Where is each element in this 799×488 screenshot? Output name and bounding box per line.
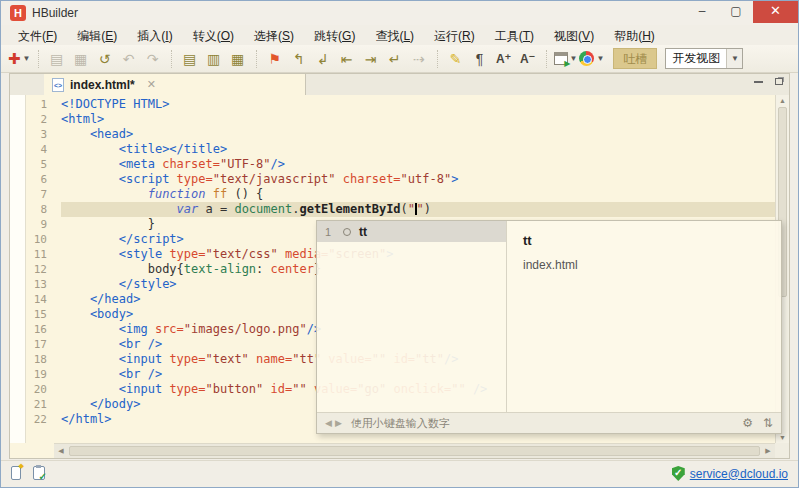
tab-label: index.html* — [70, 78, 135, 92]
run-in-browser-button[interactable]: ▼ — [554, 48, 578, 70]
save-all-button[interactable]: ▦ — [70, 48, 92, 70]
horizontal-scroll-thumb[interactable] — [69, 446, 760, 456]
menu-g[interactable]: 跳转(G) — [305, 25, 364, 45]
show-paragraph-button[interactable]: ¶ — [469, 48, 491, 70]
hbuilder-window: H HBuilder – ▢ ✕ 文件(F)编辑(E)插入(I)转义(O)选择(… — [0, 0, 799, 488]
menu-v[interactable]: 视图(V) — [545, 25, 603, 45]
scroll-right-icon[interactable]: ▶ — [761, 444, 775, 458]
menu-s[interactable]: 选择(S) — [245, 25, 303, 45]
code-text: function ff () { — [61, 187, 775, 202]
page-next-icon[interactable]: ▶ — [335, 418, 342, 428]
line-number: 8 — [27, 202, 61, 217]
validate-button[interactable]: ▤ — [179, 48, 201, 70]
line-number: 12 — [27, 262, 61, 277]
line-number: 2 — [27, 112, 61, 127]
highlight-button[interactable]: ✎ — [445, 48, 467, 70]
menu-h[interactable]: 帮助(H) — [605, 25, 664, 45]
menu-f[interactable]: 文件(F) — [9, 25, 66, 45]
line-number: 5 — [27, 157, 61, 172]
detail-source: index.html — [523, 258, 765, 272]
minimize-button[interactable]: – — [685, 1, 719, 23]
tab-bar: <> index.html* ✕ — [9, 73, 790, 95]
html-file-icon: <> — [52, 78, 64, 92]
gear-icon[interactable]: ⚙ — [742, 416, 753, 430]
line-number: 18 — [27, 352, 61, 367]
line-number: 17 — [27, 337, 61, 352]
menu-o[interactable]: 转义(O) — [184, 25, 243, 45]
code-text: var a = document.getElementById("") — [61, 202, 775, 217]
menu-r[interactable]: 运行(R) — [425, 25, 484, 45]
jump-line-end-button[interactable]: ⇥ — [360, 48, 382, 70]
jump-line-start-button[interactable]: ⇤ — [336, 48, 358, 70]
autocomplete-footer: ◀ ▶ 使用小键盘输入数字 ⚙ ⇅ — [317, 412, 781, 433]
minimize-editor-icon[interactable] — [754, 81, 763, 83]
menu-i[interactable]: 插入(I) — [128, 25, 181, 45]
redo-button[interactable]: ↷ — [142, 48, 164, 70]
undo-button[interactable]: ↶ — [118, 48, 140, 70]
revert-file-button[interactable]: ↺ — [94, 48, 116, 70]
compress-button[interactable]: ▦ — [227, 48, 249, 70]
code-text: <title></title> — [61, 142, 775, 157]
scroll-down-icon[interactable]: ▼ — [776, 434, 789, 441]
toolbar-separator — [171, 50, 172, 68]
line-number: 16 — [27, 322, 61, 337]
line-number: 19 — [27, 367, 61, 382]
code-line: 5 <meta charset="UTF-8"/> — [27, 157, 775, 172]
line-number: 4 — [27, 142, 61, 157]
line-number: 11 — [27, 247, 61, 262]
format-button[interactable]: ▥ — [203, 48, 225, 70]
line-number: 21 — [27, 397, 61, 412]
insert-line-above-button[interactable]: ↰ — [288, 48, 310, 70]
code-line: 2<html> — [27, 112, 775, 127]
toolbar: ✚▼▤▦↺↶↷▤▥▦⚑↰↲⇤⇥↵⇢✎¶A⁺A⁻▼▼吐槽开发视图▼ — [1, 45, 798, 73]
scroll-left-icon[interactable]: ◀ — [54, 444, 68, 458]
autocomplete-popup: 1tt tt index.html ◀ ▶ 使用小键盘输入数字 ⚙ ⇅ — [316, 220, 782, 434]
view-mode-select[interactable]: 开发视图▼ — [665, 48, 743, 69]
code-text: <html> — [61, 112, 775, 127]
close-button[interactable]: ✕ — [753, 1, 798, 23]
line-number: 15 — [27, 307, 61, 322]
line-number: 20 — [27, 382, 61, 397]
status-bar: service@dcloud.io — [1, 460, 798, 487]
line-number: 10 — [27, 232, 61, 247]
device-sync-icon[interactable] — [11, 466, 21, 480]
menu-l[interactable]: 查找(L) — [366, 25, 423, 45]
window-title: HBuilder — [32, 6, 78, 20]
chevron-down-icon[interactable]: ▼ — [23, 54, 31, 63]
restore-editor-icon[interactable] — [775, 78, 783, 85]
autocomplete-item-tt[interactable]: 1tt — [317, 221, 506, 242]
scrollbar-corner — [775, 443, 789, 458]
chevron-down-icon[interactable]: ▼ — [726, 49, 742, 68]
sort-icon[interactable]: ⇅ — [763, 416, 773, 430]
new-file-button[interactable]: ✚▼ — [8, 48, 31, 70]
select-line-button[interactable]: ↵ — [384, 48, 406, 70]
chevron-down-icon[interactable]: ▼ — [596, 54, 604, 63]
line-number: 7 — [27, 187, 61, 202]
task-check-icon[interactable] — [33, 466, 45, 480]
code-line: 6 <script type="text/javascript" charset… — [27, 172, 775, 187]
line-number: 14 — [27, 292, 61, 307]
insert-line-below-button[interactable]: ↲ — [312, 48, 334, 70]
font-increase-button[interactable]: A⁺ — [493, 48, 515, 70]
scroll-up-icon[interactable]: ▲ — [776, 97, 789, 104]
maximize-button[interactable]: ▢ — [719, 1, 753, 23]
tucao-button[interactable]: 吐槽 — [613, 48, 657, 69]
line-number: 6 — [27, 172, 61, 187]
menu-t[interactable]: 工具(T) — [486, 25, 543, 45]
chrome-browser-button[interactable]: ▼ — [579, 48, 604, 70]
view-mode-value: 开发视图 — [666, 50, 726, 67]
next-edit-point-button[interactable]: ⇢ — [408, 48, 430, 70]
tab-close-icon[interactable]: ✕ — [147, 78, 156, 91]
toolbar-separator — [256, 50, 257, 68]
bookmark-button[interactable]: ⚑ — [264, 48, 286, 70]
horizontal-scrollbar[interactable]: ◀ ▶ — [54, 443, 775, 458]
menu-e[interactable]: 编辑(E) — [68, 25, 126, 45]
service-email-link[interactable]: service@dcloud.io — [690, 467, 788, 481]
page-prev-icon[interactable]: ◀ — [325, 418, 332, 428]
save-button[interactable]: ▤ — [46, 48, 68, 70]
item-shortcut-number: 1 — [325, 226, 335, 238]
font-decrease-button[interactable]: A⁻ — [517, 48, 539, 70]
current-code-line: 8 var a = document.getElementById("") — [27, 202, 775, 217]
tab-index-html[interactable]: <> index.html* ✕ — [44, 74, 306, 95]
line-number: 13 — [27, 277, 61, 292]
